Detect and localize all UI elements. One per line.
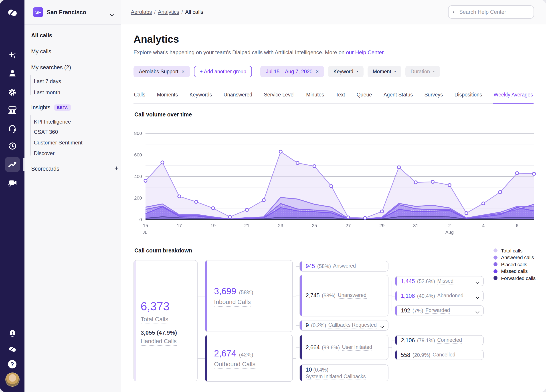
help-center-link[interactable]: our Help Center [346,49,383,56]
unanswered-card[interactable]: 2,745(58%)Unanswered [299,275,389,316]
chevron-down-icon[interactable] [476,292,479,300]
filter-chip-moment[interactable]: Moment▾ [367,66,401,77]
history-icon[interactable] [5,139,20,154]
sidebar-item-csat-360[interactable]: CSAT 360 [34,129,58,135]
tree-connector [392,340,395,341]
tab-minutes[interactable]: Minutes [306,90,325,103]
filter-chip-keyword[interactable]: Keyword▾ [328,66,364,77]
chevron-down-icon[interactable] [381,321,384,329]
dialpad-mini-icon[interactable] [5,342,20,357]
accent-bar [395,350,397,360]
org-switcher[interactable]: SF San Francisco [25,0,121,25]
help-icon[interactable]: ? [5,356,20,372]
help-search[interactable] [448,5,534,19]
legend-label: Total calls [501,248,523,253]
sidebar-item-discover[interactable]: Discover [34,150,54,157]
filter-chip--add-another-group[interactable]: + Add another group [194,66,252,77]
accent-bar [395,335,397,345]
svg-text:6: 6 [516,223,518,228]
sidebar: SF San Francisco All callsMy callsMy sea… [25,0,122,392]
org-name: San Francisco [47,9,86,16]
notifications-bell-icon[interactable] [5,326,20,341]
svg-text:25: 25 [312,223,317,228]
node-pct: (99.6%) [322,345,340,350]
dialpad-logo-icon[interactable] [5,5,20,20]
chevron-down-icon: ▾ [357,70,358,73]
sidebar-item-my-searches-2-[interactable]: My searches (2) [31,64,71,71]
breadcrumb-link-analytics[interactable]: Analytics [158,9,179,15]
breadcrumb-link-aerolabs[interactable]: Aerolabs [131,9,152,15]
tab-queue[interactable]: Queue [356,90,372,103]
tab-moments[interactable]: Moments [156,90,178,103]
node-pct: (52.6%) [417,278,435,284]
contacts-icon[interactable] [5,66,20,81]
sidebar-item-last-7-days[interactable]: Last 7 days [34,78,61,84]
callbacks-card[interactable]: 9(0.2%)Callbacks Requested [299,320,389,331]
sidebar-item-kpi-intelligence[interactable]: KPI Intelligence [34,119,71,125]
settings-gear-icon[interactable] [5,84,20,100]
total-calls-card[interactable]: 6,373Total Calls3,055 (47.9%)Handled Cal… [134,260,198,381]
inbound-calls-card[interactable]: 3,699(58%)Inbound Calls [205,260,293,332]
outbound-calls-card[interactable]: 2,674(42%)Outbound Calls [205,335,293,382]
tree-connector [296,347,299,348]
answered-card[interactable]: 945(58%)Answered [299,261,389,272]
accent-bar [300,320,302,330]
user-avatar[interactable] [5,372,20,387]
sidebar-item-customer-sentiment[interactable]: Customer Sentiment [34,139,83,146]
ai-sparkles-icon[interactable] [5,48,20,63]
tab-text[interactable]: Text [335,90,345,103]
system-callbacks-card[interactable]: 10 (0.4%)System Initiated Callbacks [299,364,389,381]
forwarded-card[interactable]: 192(7%)Forwarded [395,305,484,316]
legend-label: Answered calls [501,255,534,260]
missed-card[interactable]: 1,445(52.6%)Missed [395,276,484,286]
sidebar-item-scorecards[interactable]: Scorecards [31,166,59,172]
search-input[interactable] [458,8,529,16]
filter-chip-duration[interactable]: Duration▾ [405,66,440,77]
add-scorecard-button[interactable]: + [114,164,119,172]
inbound-pct: (58%) [239,289,253,296]
node-pct: (58%) [322,293,336,298]
cancelled-card[interactable]: 558(20.9%)Cancelled [395,350,484,360]
inbound-label: Inbound Calls [214,299,251,307]
coaching-icon[interactable] [5,103,20,118]
sidebar-item-insights[interactable]: InsightsBETA [31,104,71,111]
svg-text:200: 200 [134,195,142,200]
analytics-icon[interactable] [5,157,20,172]
outbound-pct: (42%) [239,352,253,358]
legend-dot [494,262,498,266]
filter-chip-jul-15-aug-7-2020[interactable]: Jul 15 – Aug 7, 2020× [260,66,324,77]
chevron-down-icon[interactable] [476,277,479,285]
tree-connector [296,347,296,373]
topbar: Aerolabs/Analytics/All calls [121,0,546,25]
connected-card[interactable]: 2,106(79.1%)Connected [395,335,484,345]
sidebar-item-my-calls[interactable]: My calls [31,48,51,55]
support-headset-icon[interactable] [5,121,20,136]
abandoned-card[interactable]: 1,108(40.4%)Abandoned [395,291,484,301]
svg-text:23: 23 [278,223,283,228]
tree-connector [389,296,392,296]
org-badge: SF [33,7,43,17]
close-icon[interactable]: × [316,69,319,75]
sidebar-item-all-calls[interactable]: All calls [31,32,52,39]
nav-indent-guide [30,75,31,95]
tab-bar: CallsMomentsKeywordsUnansweredService Le… [134,90,508,103]
user-initiated-card[interactable]: 2,664(99.6%)User Initiated [299,335,389,360]
search-icon [453,9,455,15]
tab-dispositions[interactable]: Dispositions [454,90,483,103]
legend-item-total-calls: Total calls [494,247,536,254]
tab-calls[interactable]: Calls [134,90,146,103]
tab-weekly-averages[interactable]: Weekly Averages [493,90,533,104]
node-label: Unanswered [338,292,366,299]
tab-service-level[interactable]: Service Level [263,90,295,103]
meetings-video-icon[interactable] [5,176,20,191]
close-icon[interactable]: × [182,69,185,75]
chevron-down-icon: ▾ [433,70,435,73]
chevron-down-icon[interactable] [476,307,479,315]
tab-agent-status[interactable]: Agent Status [383,90,413,103]
tab-keywords[interactable]: Keywords [189,90,213,103]
filter-chip-aerolabs-support[interactable]: Aerolabs Support× [134,66,190,77]
tab-surveys[interactable]: Surveys [424,90,443,103]
node-label: Forwarded [425,308,450,314]
sidebar-item-last-month[interactable]: Last month [34,89,60,95]
tab-unanswered[interactable]: Unanswered [223,90,253,103]
